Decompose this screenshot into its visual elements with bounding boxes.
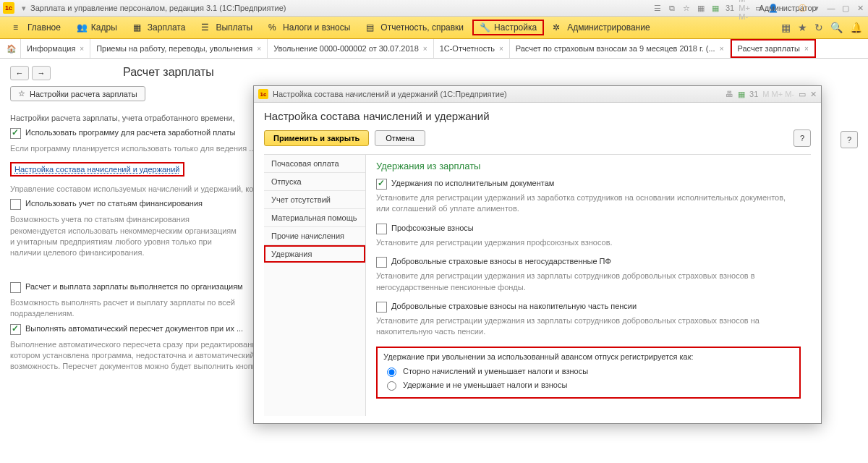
menu-otchet[interactable]: ▤Отчетность, справки — [359, 20, 471, 35]
app-logo-icon: 1c — [258, 89, 268, 99]
app-title: Зарплата и управление персоналом, редакц… — [30, 4, 286, 12]
chk-label: Выполнять автоматический пересчет докуме… — [25, 324, 243, 333]
section-title: Удержания из зарплаты — [376, 161, 801, 171]
tab[interactable]: Приемы на работу, переводы, увольнения× — [90, 39, 268, 58]
close-icon[interactable]: × — [80, 45, 84, 53]
checkbox[interactable] — [376, 257, 387, 268]
settings-button[interactable]: ☆Настройки расчета зарплаты — [10, 86, 145, 101]
search-icon[interactable]: 🔍 — [830, 22, 843, 33]
modal-title-text: Настройка состава начислений и удержаний… — [273, 90, 507, 98]
user-name: Администратор — [783, 3, 793, 13]
menu-admin[interactable]: ✲Администрирование — [545, 20, 657, 35]
opt-label: Добровольные страховые взносы в негосуда… — [391, 257, 611, 266]
close-icon[interactable]: × — [499, 45, 503, 53]
tb-icon[interactable]: ▦ — [710, 3, 720, 13]
menu-nalogi[interactable]: %Налоги и взносы — [261, 20, 357, 35]
tb-icon[interactable]: ☰ — [652, 3, 663, 13]
nav-back-button[interactable]: ← — [10, 66, 29, 80]
apps-icon[interactable]: ▦ — [781, 22, 791, 33]
desc-text: Возможность учета по статьям финансирова… — [10, 214, 242, 259]
opt-label: Удержания по исполнительным документам — [391, 179, 554, 187]
modal-heading: Настройка состава начислений и удержаний — [264, 110, 811, 122]
cancel-button[interactable]: Отмена — [375, 130, 425, 146]
menu-vyplaty[interactable]: ☰Выплаты — [194, 20, 260, 35]
star-icon: ☆ — [18, 89, 25, 98]
close-icon[interactable]: × — [257, 45, 261, 53]
checkbox[interactable] — [376, 224, 387, 234]
opt-desc: Установите для регистрации удержаний из … — [376, 192, 801, 215]
menu-nastroika[interactable]: 🔧Настройка — [472, 20, 544, 35]
desc-text: Возможность выполнять расчет и выплату з… — [10, 297, 242, 320]
bell-icon[interactable]: 🔔 — [850, 22, 862, 33]
menu-kadry[interactable]: 👥Кадры — [69, 20, 124, 35]
checkbox[interactable] — [10, 282, 21, 293]
tb-text: M M+ M- — [762, 90, 794, 98]
opt-label: Добровольные страховые взносы на накопит… — [391, 302, 637, 310]
tab[interactable]: Информация× — [21, 39, 90, 58]
radio-input[interactable] — [387, 368, 396, 377]
side-tab[interactable]: Отпуска — [264, 173, 365, 191]
modal-close-icon[interactable]: ✕ — [810, 90, 817, 99]
opt-desc: Установите для регистрации удержания из … — [376, 315, 801, 338]
home-tab-icon[interactable]: 🏠 — [3, 39, 21, 58]
info-icon[interactable]: ⓘ — [797, 3, 807, 13]
close-icon[interactable]: × — [423, 45, 427, 53]
tab-active[interactable]: Расчет зарплаты× — [731, 39, 816, 58]
settings-modal: 1c Настройка состава начислений и удержа… — [253, 85, 822, 424]
checkbox[interactable] — [376, 179, 387, 190]
checkbox[interactable] — [10, 199, 21, 210]
minimize-icon[interactable]: — — [826, 3, 836, 13]
tab[interactable]: Увольнение 0000-000002 от 30.07.2018× — [268, 39, 433, 58]
help-button[interactable]: ? — [793, 129, 811, 147]
checkbox[interactable] — [10, 128, 21, 139]
modal-titlebar: 1c Настройка состава начислений и удержа… — [254, 86, 821, 103]
app-titlebar: 1c ▾ Зарплата и управление персоналом, р… — [0, 0, 868, 17]
radio-group-highlight: Удержание при увольнении за использованн… — [376, 347, 801, 399]
tab[interactable]: 1С-Отчетность× — [434, 39, 510, 58]
tab[interactable]: Расчет по страховым взносам за 9 месяцев… — [510, 39, 731, 58]
menu-main[interactable]: ≡Главное — [6, 20, 68, 35]
history-icon[interactable]: ↻ — [814, 22, 823, 33]
checkbox[interactable] — [376, 302, 387, 313]
radio-option[interactable]: Удержание и не уменьшает налоги и взносы — [383, 379, 793, 391]
settings-panel: Удержания из зарплаты Удержания по испол… — [366, 155, 811, 416]
star-icon[interactable]: ★ — [798, 22, 807, 33]
radio-option[interactable]: Сторно начислений и уменьшает налоги и в… — [383, 365, 793, 377]
tb-icon[interactable]: ▭ — [799, 90, 806, 99]
tb-text: M M+ M- — [739, 3, 749, 13]
main-menubar: ≡Главное 👥Кадры ▦Зарплата ☰Выплаты %Нало… — [0, 17, 868, 39]
tb-icon[interactable]: 🖶 — [726, 90, 733, 98]
maximize-icon[interactable]: ▢ — [841, 3, 851, 13]
nav-forward-button[interactable]: → — [32, 66, 51, 80]
chk-label: Использовать учет по статьям финансирова… — [25, 199, 203, 208]
side-tab-active[interactable]: Удержания — [264, 245, 365, 263]
tb-icon[interactable]: 31 — [749, 90, 758, 98]
help-button[interactable]: ? — [841, 131, 858, 148]
close-icon[interactable]: × — [804, 45, 809, 53]
checkbox[interactable] — [10, 324, 21, 335]
opt-desc: Установите для регистрации удержания из … — [376, 271, 801, 293]
close-icon[interactable]: ✕ — [855, 3, 865, 13]
side-tab[interactable]: Материальная помощь — [264, 209, 365, 227]
close-icon[interactable]: × — [720, 45, 724, 53]
tb-icon[interactable]: ▦ — [696, 3, 706, 13]
tb-icon[interactable]: ⧉ — [667, 3, 677, 13]
side-tab[interactable]: Учет отсутствий — [264, 191, 365, 209]
settings-link[interactable]: Настройка состава начислений и удержаний — [14, 165, 180, 174]
page-title: Расчет зарплаты — [123, 66, 214, 79]
app-logo-icon: 1c — [3, 2, 14, 14]
tb-icon[interactable]: ▦ — [738, 90, 745, 99]
radio-group-title: Удержание при увольнении за использованн… — [383, 352, 793, 361]
tb-icon[interactable]: 31 — [725, 3, 735, 13]
dropdown-icon[interactable]: ▾ — [22, 4, 26, 13]
side-tab[interactable]: Почасовая оплата — [264, 155, 365, 173]
tabs-bar: 🏠 Информация× Приемы на работу, переводы… — [0, 39, 868, 59]
apply-close-button[interactable]: Применить и закрыть — [264, 130, 369, 146]
side-tab[interactable]: Прочие начисления — [264, 227, 365, 245]
menu-zarplata[interactable]: ▦Зарплата — [126, 20, 193, 35]
chk-label: Использовать программу для расчета зараб… — [25, 128, 235, 137]
opt-label: Профсоюзные взносы — [391, 224, 474, 232]
tb-icon[interactable]: ☆ — [681, 3, 692, 13]
radio-input[interactable] — [387, 381, 396, 391]
tb-icon[interactable]: ▾ — [812, 3, 822, 13]
